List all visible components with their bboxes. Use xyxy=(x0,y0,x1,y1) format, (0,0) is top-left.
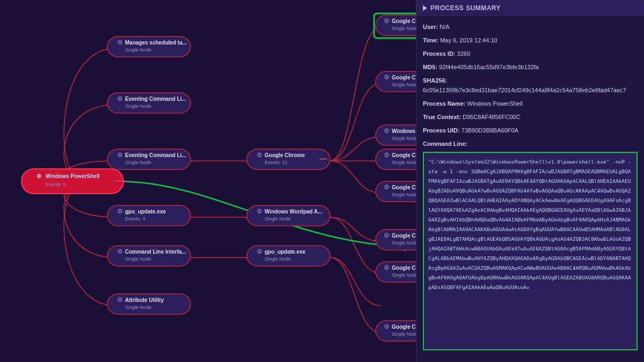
svg-text:Windows PowerShell: Windows PowerShell xyxy=(46,173,100,179)
svg-text:Single Node: Single Node xyxy=(125,256,151,262)
svg-text:⚙: ⚙ xyxy=(117,39,123,46)
svg-text:Manages scheduled ta...: Manages scheduled ta... xyxy=(125,40,187,46)
svg-text:Eventing Command Li...: Eventing Command Li... xyxy=(125,152,186,158)
svg-text:⚙: ⚙ xyxy=(117,95,123,102)
truecontext-value: D95C8AF4856FC00C xyxy=(463,114,521,120)
root-node[interactable]: ⚙ Windows PowerShell Events: 6 — xyxy=(21,169,123,194)
user-row: User: N/A xyxy=(423,21,638,31)
processname-row: Process Name: Windows PowerShell xyxy=(423,98,638,108)
svg-text:Eventing Command Li...: Eventing Command Li... xyxy=(125,96,186,102)
svg-text:⚙: ⚙ xyxy=(257,151,262,159)
truecontext-row: True Context: D95C8AF4856FC00C xyxy=(423,112,638,121)
md5-value: 92f44e405db16ac55d97e3bfe3b132fa xyxy=(439,64,539,70)
sha256-value: 6c05e11399b7e3c8ed31bae72014cf249c144a8f… xyxy=(423,87,626,93)
svg-text:—: — xyxy=(115,176,123,184)
svg-text:gpo_update.exe: gpo_update.exe xyxy=(265,249,306,255)
svg-text:⚙: ⚙ xyxy=(117,248,123,255)
right3-node[interactable]: ⚙ Windows Comman... Single Node xyxy=(376,125,416,145)
user-label: User: xyxy=(423,24,440,30)
svg-text:Single Node: Single Node xyxy=(392,240,416,246)
svg-text:Google Chrome: Google Chrome xyxy=(392,152,416,158)
left2-node[interactable]: ⚙ Eventing Command Li... Single Node xyxy=(107,93,191,113)
svg-text:Windows Comman...: Windows Comman... xyxy=(392,128,416,134)
time-row: Time: May 6, 2019 12:44:10 xyxy=(423,35,638,45)
svg-text:⚙: ⚙ xyxy=(384,151,390,159)
svg-text:⚙: ⚙ xyxy=(384,127,390,135)
svg-text:Google Chrome: Google Chrome xyxy=(392,265,416,271)
user-value: N/A xyxy=(440,24,449,30)
left5-node[interactable]: ⚙ Command Line Interfa... Single Node xyxy=(107,246,191,266)
svg-text:Windows Wordpad A...: Windows Wordpad A... xyxy=(265,209,323,215)
left6-node[interactable]: ⚙ Attribute Utility Single Node xyxy=(107,294,191,314)
time-label: Time: xyxy=(423,37,440,43)
svg-rect-2 xyxy=(21,169,123,194)
svg-text:Google Chrome: Google Chrome xyxy=(265,152,305,158)
svg-text:Single Node: Single Node xyxy=(265,256,291,262)
svg-text:Attribute Utility: Attribute Utility xyxy=(125,297,164,303)
md5-label: MD5: xyxy=(423,64,439,70)
commandline-label: Command Line: xyxy=(423,141,467,147)
svg-text:Single Node: Single Node xyxy=(125,305,151,310)
svg-text:⚙: ⚙ xyxy=(117,151,123,159)
svg-text:Google Chrome: Google Chrome xyxy=(392,233,416,239)
mid3-node[interactable]: ⚙ gpo_update.exe Single Node xyxy=(247,246,330,266)
processid-row: Process ID: 3260 xyxy=(423,48,638,58)
right1-node[interactable]: ⚙ Google Chrome Single Node xyxy=(376,15,416,35)
sha256-label: SHA256: xyxy=(423,77,447,84)
mid2-node[interactable]: ⚙ Windows Wordpad A... Single Node xyxy=(247,205,330,226)
svg-text:Single Node: Single Node xyxy=(265,216,291,221)
right6-node[interactable]: ⚙ Google Chrome Single Node xyxy=(376,230,416,250)
right7-node[interactable]: ⚙ Google Chrome Single Node xyxy=(376,262,416,282)
svg-text:⚙: ⚙ xyxy=(384,232,390,239)
graph-svg: ⚙ Windows PowerShell Events: 6 — ⚙ Manag… xyxy=(0,0,416,362)
processuid-value: 73B90D3B8BA60F0A xyxy=(462,127,518,134)
mid1-node[interactable]: ⚙ Google Chrome Events: 21 — xyxy=(247,149,330,169)
svg-text:Single Node: Single Node xyxy=(125,104,151,109)
truecontext-label: True Context: xyxy=(423,114,463,120)
svg-text:⚙: ⚙ xyxy=(384,183,390,191)
processid-value: 3260 xyxy=(457,50,470,57)
right4-node[interactable]: ⚙ Google Chrome Single Node xyxy=(376,149,416,169)
triangle-icon xyxy=(423,5,427,11)
svg-text:⚙: ⚙ xyxy=(36,173,41,179)
processuid-row: Process UID: 73B90D3B8BA60F0A xyxy=(423,125,638,135)
right-panel: PROCESS SUMMARY User: N/A Time: May 6, 2… xyxy=(416,0,644,362)
svg-text:⚙: ⚙ xyxy=(117,296,123,304)
sha256-row: SHA256: 6c05e11399b7e3c8ed31bae72014cf24… xyxy=(423,75,638,94)
svg-text:Single Node: Single Node xyxy=(392,331,416,337)
left1-node[interactable]: ⚙ Manages scheduled ta... Single Node xyxy=(107,36,191,57)
svg-text:Google Chrome: Google Chrome xyxy=(392,324,416,330)
svg-text:Google Chrome: Google Chrome xyxy=(392,184,416,190)
svg-text:Events: 3: Events: 3 xyxy=(125,216,145,221)
svg-text:⚙: ⚙ xyxy=(384,264,390,271)
right5-node[interactable]: ⚙ Google Chrome Single Node xyxy=(376,181,416,202)
panel-header-title: PROCESS SUMMARY xyxy=(430,4,501,12)
svg-text:Single Node: Single Node xyxy=(125,160,151,165)
left4-node[interactable]: ⚙ gpo_update.exe Events: 3 xyxy=(107,205,191,226)
svg-text:⚙: ⚙ xyxy=(384,17,390,25)
svg-text:gpo_update.exe: gpo_update.exe xyxy=(125,209,166,215)
svg-text:Single Node: Single Node xyxy=(392,26,416,31)
svg-text:Single Node: Single Node xyxy=(392,82,416,87)
command-line-box: "C:\Windows\System32\WindowsPowerShell\v… xyxy=(423,152,638,350)
svg-text:Single Node: Single Node xyxy=(392,192,416,197)
graph-area: ⚙ Windows PowerShell Events: 6 — ⚙ Manag… xyxy=(0,0,416,362)
svg-text:Events: 6: Events: 6 xyxy=(46,182,66,187)
panel-header: PROCESS SUMMARY xyxy=(416,0,644,16)
command-line-text: "C:\Windows\System32\WindowsPowerShell\v… xyxy=(428,159,631,290)
svg-text:Google Chrome: Google Chrome xyxy=(392,18,416,24)
svg-text:Command Line Interfa...: Command Line Interfa... xyxy=(125,249,186,255)
processid-label: Process ID: xyxy=(423,50,457,57)
md5-row: MD5: 92f44e405db16ac55d97e3bfe3b132fa xyxy=(423,62,638,71)
commandline-row: Command Line: xyxy=(423,138,638,148)
processname-label: Process Name: xyxy=(423,100,467,107)
right8-node[interactable]: ⚙ Google Chrome Single Node xyxy=(376,321,416,341)
left3-node[interactable]: ⚙ Eventing Command Li... Single Node xyxy=(107,149,191,169)
svg-text:Single Node: Single Node xyxy=(392,136,416,141)
svg-text:Single Node: Single Node xyxy=(392,272,416,278)
right2-node[interactable]: ⚙ Google Chrome Single Node xyxy=(376,71,416,92)
svg-text:—: — xyxy=(319,154,327,162)
svg-text:⚙: ⚙ xyxy=(257,248,262,255)
time-value: May 6, 2019 12:44:10 xyxy=(440,37,497,43)
svg-text:Google Chrome: Google Chrome xyxy=(392,75,416,80)
